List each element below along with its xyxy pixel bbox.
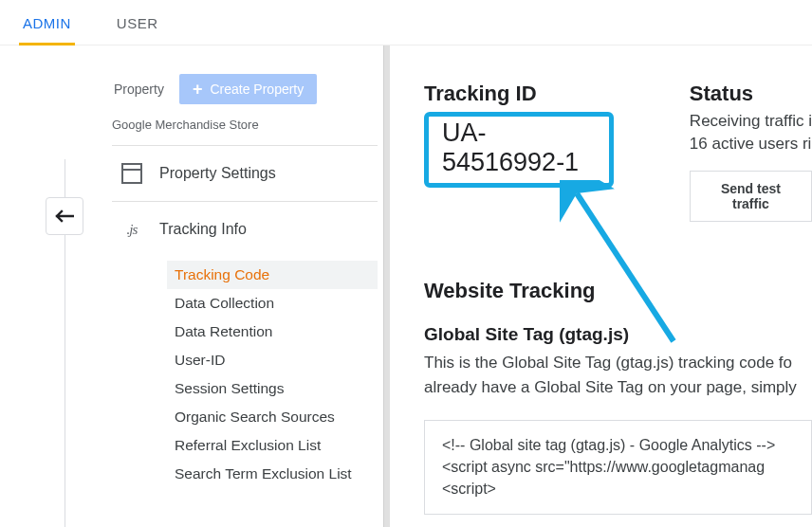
sub-data-collection[interactable]: Data Collection	[167, 289, 378, 318]
tracking-id-heading: Tracking ID	[424, 82, 614, 106]
tab-user[interactable]: USER	[113, 9, 162, 45]
code-line-1: <!-- Global site tag (gtag.js) - Google …	[442, 434, 794, 456]
back-button[interactable]	[46, 197, 83, 235]
nav-property-settings[interactable]: Property Settings	[112, 146, 378, 202]
gtag-heading: Global Site Tag (gtag.js)	[424, 324, 812, 345]
sub-user-id[interactable]: User-ID	[167, 346, 378, 374]
create-property-button[interactable]: + Create Property	[179, 74, 317, 104]
panel-divider[interactable]	[383, 45, 390, 527]
property-label: Property	[114, 82, 164, 97]
plus-icon: +	[193, 81, 203, 98]
status-line-2: 16 active users ri	[690, 135, 812, 154]
svg-rect-0	[122, 164, 141, 183]
back-arrow-icon	[55, 209, 74, 223]
status-line-1: Receiving traffic i	[690, 112, 812, 131]
tracking-id-value: UA-54516992-1	[424, 112, 614, 188]
nav-tracking-info[interactable]: .js Tracking Info	[112, 202, 378, 257]
code-snippet-box[interactable]: <!-- Global site tag (gtag.js) - Google …	[424, 420, 812, 515]
code-line-3: <script>	[442, 478, 794, 500]
sub-data-retention[interactable]: Data Retention	[167, 318, 378, 346]
website-tracking-heading: Website Tracking	[424, 279, 812, 303]
js-icon: .js	[121, 219, 142, 240]
code-line-2: <script async src="https://www.googletag…	[442, 456, 794, 478]
gtag-desc-2: already have a Global Site Tag on your p…	[424, 375, 812, 400]
sub-search-term-exclusion[interactable]: Search Term Exclusion List	[167, 460, 378, 488]
nav-tracking-info-label: Tracking Info	[159, 221, 247, 238]
status-heading: Status	[690, 82, 812, 106]
send-test-traffic-button[interactable]: Send test traffic	[690, 171, 812, 222]
nav-property-settings-label: Property Settings	[159, 165, 276, 182]
sub-session-settings[interactable]: Session Settings	[167, 374, 378, 403]
settings-square-icon	[121, 163, 142, 184]
gtag-desc-1: This is the Global Site Tag (gtag.js) tr…	[424, 351, 812, 375]
property-name[interactable]: Google Merchandise Store	[112, 118, 378, 146]
sub-organic-search[interactable]: Organic Search Sources	[167, 403, 378, 431]
sub-referral-exclusion[interactable]: Referral Exclusion List	[167, 431, 378, 460]
tab-admin[interactable]: ADMIN	[19, 9, 75, 45]
create-property-label: Create Property	[210, 82, 304, 97]
sub-tracking-code[interactable]: Tracking Code	[167, 261, 378, 289]
